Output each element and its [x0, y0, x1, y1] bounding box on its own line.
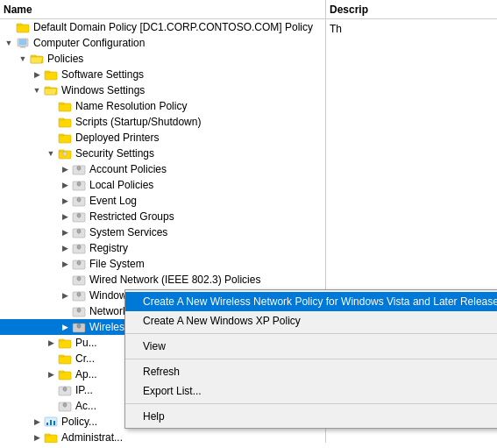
expander-software-settings[interactable] [30, 67, 44, 82]
ap-icon [58, 367, 72, 381]
restricted-groups-icon [72, 210, 86, 224]
tree-item-deployed-printers[interactable]: Deployed Printers [0, 130, 325, 146]
tree-item-root[interactable]: Default Domain Policy [DC1.CORP.CONTOSO.… [0, 19, 325, 35]
tree-item-computer-config[interactable]: Computer Configuration [0, 35, 325, 51]
expander-restricted-groups[interactable] [58, 209, 72, 224]
administrative-icon [44, 430, 58, 443]
tree-item-file-system[interactable]: File System [0, 256, 325, 272]
expander-event-log[interactable] [58, 193, 72, 209]
menu-item-refresh[interactable]: Refresh [125, 362, 497, 381]
policy-chart-icon [44, 415, 58, 429]
windows-settings-icon [44, 83, 58, 97]
ac-label: Ac... [74, 400, 96, 412]
expander-pu[interactable] [44, 335, 58, 351]
wired-network-icon [72, 273, 86, 287]
system-services-icon [72, 225, 86, 239]
policies-label: Policies [46, 53, 83, 65]
event-log-label: Event Log [88, 195, 137, 207]
expander-file-system[interactable] [58, 256, 72, 272]
svg-rect-15 [59, 119, 71, 127]
menu-item-export-label: Export List... [143, 385, 202, 397]
svg-rect-8 [45, 72, 57, 80]
menu-item-create-vista[interactable]: Create A New Wireless Network Policy for… [125, 292, 497, 311]
cr-icon [58, 352, 72, 366]
menu-item-create-xp-label: Create A New Windows XP Policy [143, 315, 301, 327]
registry-label: Registry [88, 242, 128, 254]
tree-item-wired-network[interactable]: Wired Network (IEEE 802.3) Policies [0, 272, 325, 288]
expander-windows-firewall[interactable] [58, 288, 72, 303]
computer-config-label: Computer Configuration [32, 37, 145, 49]
svg-rect-36 [59, 372, 71, 380]
menu-item-help-label: Help [143, 410, 165, 423]
expander-registry[interactable] [58, 240, 72, 256]
scripts-icon [58, 115, 72, 129]
svg-rect-17 [59, 135, 71, 143]
security-settings-label: Security Settings [74, 147, 154, 160]
name-column-label: Name [4, 4, 32, 16]
file-system-icon [72, 257, 86, 271]
svg-rect-9 [45, 71, 50, 73]
wired-network-label: Wired Network (IEEE 802.3) Policies [88, 274, 260, 286]
tree-item-security-settings[interactable]: Security Settings [0, 146, 325, 161]
svg-rect-43 [53, 421, 55, 425]
expander-wireless-network[interactable] [58, 319, 72, 335]
svg-rect-4 [20, 46, 25, 48]
svg-rect-13 [59, 103, 71, 111]
menu-item-view[interactable]: View [125, 337, 497, 356]
svg-rect-1 [17, 24, 22, 25]
svg-rect-34 [59, 356, 71, 364]
ap-label: Ap... [74, 368, 97, 380]
administrative-label: Administrat... [60, 431, 123, 443]
tree-item-registry[interactable]: Registry [0, 240, 325, 256]
file-system-label: File System [88, 258, 145, 270]
descrip-column-label: Descrip [330, 4, 368, 16]
svg-rect-6 [31, 55, 36, 57]
account-policies-label: Account Policies [88, 163, 167, 175]
expander-computer-config[interactable] [2, 35, 16, 51]
tree-item-windows-settings[interactable]: Windows Settings [0, 82, 325, 98]
pu-label: Pu... [74, 337, 97, 349]
descrip-column-header: Descrip [326, 0, 497, 18]
tree-item-name-resolution[interactable]: Name Resolution Policy [0, 98, 325, 114]
column-header: Name Descrip [0, 0, 497, 19]
expander-administrative[interactable] [30, 430, 44, 443]
name-resolution-label: Name Resolution Policy [74, 100, 187, 112]
software-settings-label: Software Settings [60, 68, 144, 81]
wireless-network-icon [72, 320, 86, 334]
expander-policies[interactable] [16, 51, 30, 67]
root-label: Default Domain Policy [DC1.CORP.CONTOSO.… [32, 21, 313, 33]
tree-item-software-settings[interactable]: Software Settings [0, 67, 325, 82]
tree-item-event-log[interactable]: Event Log [0, 193, 325, 209]
context-menu[interactable]: Create A New Wireless Network Policy for… [124, 289, 497, 429]
svg-rect-20 [59, 150, 64, 152]
svg-marker-12 [45, 89, 57, 95]
svg-marker-7 [31, 57, 43, 63]
menu-separator-1 [125, 333, 497, 334]
expander-windows-settings[interactable] [30, 82, 44, 98]
computer-icon [16, 36, 30, 50]
menu-item-export[interactable]: Export List... [125, 381, 497, 401]
expander-local-policies[interactable] [58, 177, 72, 193]
policies-folder-icon [30, 52, 44, 66]
expander-account-policies[interactable] [58, 161, 72, 177]
tree-item-system-services[interactable]: System Services [0, 224, 325, 240]
menu-item-view-label: View [143, 340, 166, 352]
tree-item-administrative[interactable]: Administrat... [0, 430, 325, 443]
expander-security-settings[interactable] [44, 146, 58, 161]
expander-ap[interactable] [44, 366, 58, 382]
deployed-printers-icon [58, 131, 72, 145]
tree-item-scripts[interactable]: Scripts (Startup/Shutdown) [0, 114, 325, 130]
tree-item-restricted-groups[interactable]: Restricted Groups [0, 209, 325, 224]
tree-item-local-policies[interactable]: Local Policies [0, 177, 325, 193]
menu-separator-2 [125, 359, 497, 359]
security-settings-icon [58, 146, 72, 160]
ip-label: IP... [74, 384, 93, 396]
account-policies-icon [72, 162, 86, 176]
network-list-icon [72, 304, 86, 318]
expander-policy-chart[interactable] [30, 414, 44, 430]
tree-item-policies[interactable]: Policies [0, 51, 325, 67]
menu-item-create-xp[interactable]: Create A New Windows XP Policy [125, 311, 497, 331]
expander-system-services[interactable] [58, 224, 72, 240]
tree-item-account-policies[interactable]: Account Policies [0, 161, 325, 177]
menu-item-help[interactable]: Help [125, 407, 497, 426]
